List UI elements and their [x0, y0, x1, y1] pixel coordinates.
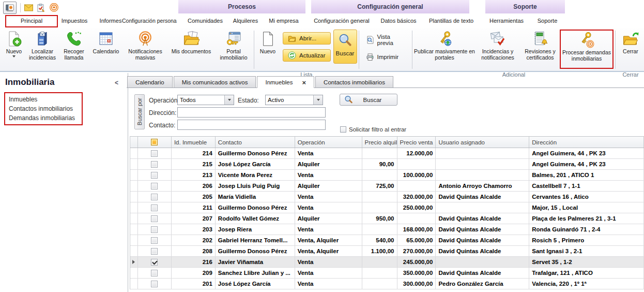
- tasks-check-icon[interactable]: [37, 4, 45, 12]
- nuevo-lista-button[interactable]: Nuevo: [256, 30, 280, 54]
- direccion-input[interactable]: [177, 107, 326, 118]
- row-checkbox-cell[interactable]: [138, 279, 172, 289]
- chevron-down-icon[interactable]: [313, 95, 323, 105]
- localizar-incidencias-button[interactable]: Localizar incidencias: [26, 30, 59, 61]
- table-row[interactable]: 216Javier ViñamataVenta245.000,00Servet …: [130, 257, 644, 268]
- tab-inmuebles[interactable]: Inmuebles×: [257, 76, 314, 88]
- table-row[interactable]: 202Gabriel Herranz Tomell...Venta, Alqui…: [130, 235, 644, 246]
- row-checkbox-icon[interactable]: [151, 281, 158, 287]
- column-header-contacto[interactable]: Contacto: [216, 137, 295, 148]
- row-checkbox-icon[interactable]: [151, 150, 158, 157]
- row-checkbox-cell[interactable]: [138, 181, 172, 191]
- menu-tab-informes[interactable]: Informes: [97, 15, 124, 26]
- row-checkbox-cell[interactable]: [138, 202, 172, 213]
- row-checkbox-cell[interactable]: [138, 268, 172, 278]
- operacion-select[interactable]: Todos: [177, 95, 234, 105]
- procesar-demandas-button[interactable]: Procesar demandas inmobiliarias: [561, 31, 612, 62]
- tab-calendario[interactable]: Calendario: [127, 76, 173, 87]
- row-checkbox-icon[interactable]: [151, 270, 158, 276]
- row-checkbox-icon[interactable]: [151, 215, 158, 222]
- actualizar-button[interactable]: Actualizar: [283, 49, 331, 62]
- row-checkbox-cell[interactable]: [138, 235, 172, 245]
- table-row[interactable]: 215José López GarcíaAlquiler90,00Angel G…: [130, 159, 644, 170]
- calendario-button[interactable]: Calendario: [89, 30, 123, 54]
- column-header-id[interactable]: Id. Inmueble: [172, 137, 216, 148]
- solicitar-filtro-checkbox[interactable]: Solicitar filtro al entrar: [340, 126, 406, 133]
- recoger-llamada-button[interactable]: Recoger llamada: [59, 30, 89, 61]
- menu-tab-datos-basicos[interactable]: Datos básicos: [379, 15, 418, 26]
- header-checkbox-icon[interactable]: [151, 139, 158, 145]
- broadcast-icon[interactable]: [49, 4, 59, 12]
- sidebar-collapse-icon[interactable]: <: [115, 79, 118, 86]
- table-row[interactable]: 213Vicente Mora PerezVenta100.000,00Balm…: [130, 170, 644, 181]
- row-checkbox-icon[interactable]: [151, 248, 158, 255]
- row-checkbox-cell[interactable]: [138, 192, 172, 202]
- row-checkbox-icon[interactable]: [151, 172, 158, 179]
- checkbox-icon[interactable]: [340, 126, 346, 133]
- row-checkbox-icon[interactable]: [151, 205, 158, 211]
- row-checkbox-icon[interactable]: [151, 259, 158, 266]
- sidebar-item-demandas-inmobiliarias[interactable]: Demandas inmobiliarias: [9, 113, 82, 123]
- row-checkbox-icon[interactable]: [151, 237, 158, 244]
- menu-tab-configuracion-personal[interactable]: Configuración personal: [122, 15, 177, 26]
- mis-documentos-button[interactable]: Mis documentos: [167, 30, 215, 54]
- table-row[interactable]: 211Guillermo Donoso PérezVenta250.000,00…: [130, 202, 644, 213]
- column-header-precio-venta[interactable]: Precio venta: [397, 137, 436, 148]
- imprimir-button[interactable]: Imprimir: [366, 53, 406, 61]
- row-checkbox-cell[interactable]: [138, 246, 172, 256]
- chevron-down-icon[interactable]: [224, 95, 234, 105]
- revisiones-certificados-button[interactable]: Revisiones y certificados: [520, 30, 560, 61]
- row-checkbox-icon[interactable]: [151, 161, 158, 168]
- tab-close-icon[interactable]: ×: [302, 79, 306, 86]
- select-all-checkbox[interactable]: [138, 137, 172, 148]
- menu-tab-comunidades[interactable]: Comunidades: [185, 15, 226, 26]
- row-checkbox-cell[interactable]: [138, 213, 172, 224]
- menu-tab-herramientas[interactable]: Herramientas: [488, 15, 525, 26]
- tab-contactos-inmobiliarios[interactable]: Contactos inmobiliarios: [315, 76, 393, 87]
- sidebar-item-inmuebles[interactable]: Inmuebles: [9, 95, 82, 104]
- column-header-operacion[interactable]: Operación: [295, 137, 362, 148]
- menu-tab-plantillas-de-texto[interactable]: Plantillas de texto: [425, 15, 478, 26]
- estado-select[interactable]: Activo: [265, 95, 323, 105]
- buscar-por-panel-tab[interactable]: Buscar por: [134, 94, 145, 129]
- menu-tab-alquileres[interactable]: Alquileres: [231, 15, 260, 26]
- menu-tab-principal[interactable]: Principal: [5, 15, 58, 27]
- publicar-masivamente-button[interactable]: Publicar masivamente en portales: [414, 30, 475, 61]
- table-row[interactable]: 203Josep RieraVenta168.000,00David Quint…: [130, 224, 644, 235]
- menu-tab-impuestos[interactable]: Impuestos: [58, 15, 91, 26]
- table-row[interactable]: 205María VidiellaVenta320.000,00David Qu…: [130, 192, 644, 202]
- row-checkbox-icon[interactable]: [151, 226, 158, 233]
- menu-tab-soporte[interactable]: Soporte: [533, 15, 561, 26]
- table-row[interactable]: 207Rodolfo Vallet GómezAlquiler950,00Dav…: [130, 213, 644, 224]
- nuevo-button[interactable]: Nuevo: [2, 30, 26, 57]
- table-row[interactable]: 208Guillermo Donoso PérezVenta, Alquiler…: [130, 246, 644, 257]
- row-checkbox-cell[interactable]: [138, 148, 172, 158]
- incidencias-notificaciones-button[interactable]: Incidencias y notificaciones: [475, 30, 520, 61]
- row-checkbox-cell[interactable]: [138, 159, 172, 169]
- sidebar-item-contactos-inmobiliarios[interactable]: Contactos inmobiliarios: [9, 104, 82, 113]
- notificaciones-masivas-button[interactable]: Notificaciones masivas: [123, 30, 167, 61]
- app-window-icon[interactable]: [3, 2, 17, 14]
- row-checkbox-cell[interactable]: [138, 224, 172, 235]
- buscar-filter-button[interactable]: Buscar: [340, 94, 397, 106]
- column-header-precio-alquiler[interactable]: Precio alquiler: [362, 137, 397, 148]
- abrir-button[interactable]: Abrir...: [283, 32, 331, 45]
- menu-tab-configuracion-general[interactable]: Configuración general: [311, 15, 372, 26]
- column-header-direccion[interactable]: Dirección: [529, 137, 644, 148]
- cerrar-button[interactable]: Cerrar: [617, 30, 644, 54]
- contacto-input[interactable]: [177, 120, 326, 130]
- row-checkbox-cell[interactable]: [138, 170, 172, 180]
- row-checkbox-icon[interactable]: [151, 194, 158, 200]
- column-header-usuario[interactable]: Usuario asignado: [436, 137, 529, 148]
- table-row[interactable]: 214Guillermo Donoso PérezVenta12.000,00A…: [130, 148, 644, 159]
- table-row[interactable]: 209Sanchez Llibre Julian y ...Venta350.0…: [130, 268, 644, 279]
- mail-icon[interactable]: [24, 4, 33, 12]
- tab-mis-comunicados-activos[interactable]: Mis comunicados activos: [174, 76, 256, 87]
- vista-previa-button[interactable]: Vista previa: [366, 34, 406, 46]
- table-row[interactable]: 201José López GarcíaVenta300.000,00Pedro…: [130, 279, 644, 289]
- menu-tab-mi-empresa[interactable]: Mi empresa: [267, 15, 301, 26]
- buscar-ribbon-button[interactable]: Buscar: [333, 30, 357, 64]
- row-checkbox-icon[interactable]: [151, 183, 158, 189]
- portal-inmobiliario-button[interactable]: Portal inmobiliario: [215, 30, 252, 61]
- row-checkbox-cell[interactable]: [138, 257, 172, 267]
